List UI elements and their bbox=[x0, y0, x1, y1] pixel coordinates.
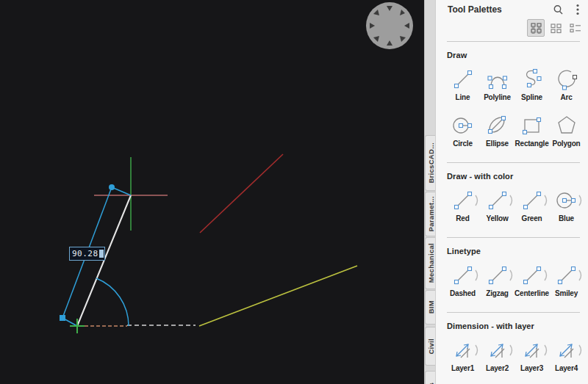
list-view-button[interactable] bbox=[567, 19, 584, 37]
palette-item-zigzag[interactable]: Zigzag bbox=[480, 263, 514, 297]
side-tab-bim[interactable]: BIM bbox=[425, 290, 436, 325]
side-tab-label: Paramet... bbox=[427, 196, 435, 231]
dimension-value-input[interactable]: 90.28 bbox=[69, 247, 105, 261]
side-tab-label: BIM bbox=[427, 300, 435, 314]
palette-item-label: Ellipse bbox=[486, 140, 509, 148]
line-icon bbox=[520, 188, 545, 213]
drawing-canvas[interactable]: 90.28 bbox=[0, 0, 424, 384]
circle-icon bbox=[554, 188, 579, 213]
palette-item-label: Red bbox=[456, 214, 469, 222]
palette-item-line[interactable]: Line bbox=[445, 67, 480, 101]
flyout-chevron-icon bbox=[544, 195, 549, 206]
palette-sections: DrawLinePolylineSplineArcCircleEllipseRe… bbox=[436, 51, 588, 372]
kebab-menu-icon[interactable] bbox=[571, 3, 584, 16]
header-divider bbox=[447, 41, 580, 42]
section-title-linetype: Linetype bbox=[447, 247, 588, 256]
section-divider bbox=[447, 312, 580, 313]
line-icon bbox=[451, 67, 476, 92]
flyout-chevron-icon bbox=[475, 269, 480, 281]
palette-item-yellow[interactable]: Yellow bbox=[480, 188, 514, 222]
palette-grid: Layer1 Layer2 Layer3 Layer4 bbox=[445, 338, 588, 372]
nav-wheel[interactable] bbox=[366, 2, 413, 49]
search-icon[interactable] bbox=[551, 3, 564, 16]
palette-item-blue[interactable]: Blue bbox=[549, 188, 584, 222]
side-tab-bricscad[interactable]: BricsCAD... bbox=[425, 135, 436, 191]
palette-item-smiley[interactable]: Smiley bbox=[549, 263, 584, 297]
circle-icon bbox=[451, 113, 476, 138]
palette-item-polygon[interactable]: Polygon bbox=[549, 113, 584, 148]
flyout-chevron-icon bbox=[578, 195, 584, 206]
palette-item-layer2[interactable]: Layer2 bbox=[480, 338, 514, 372]
section-title-draw-with-color: Draw - with color bbox=[447, 172, 588, 181]
palette-item-spline[interactable]: Spline bbox=[514, 67, 549, 101]
arc-icon bbox=[554, 67, 579, 92]
section-divider bbox=[447, 237, 580, 238]
spline-icon bbox=[520, 67, 545, 92]
palette-item-green[interactable]: Green bbox=[514, 188, 549, 222]
side-tab-label: Civil bbox=[427, 338, 435, 355]
palette-item-arc[interactable]: Arc bbox=[549, 67, 584, 101]
palette-item-label: Layer4 bbox=[555, 364, 578, 372]
palette-item-label: Smiley bbox=[555, 289, 578, 297]
dimension-icon bbox=[451, 338, 476, 363]
section-divider bbox=[447, 162, 580, 163]
side-tab-paramet[interactable]: Paramet... bbox=[425, 192, 436, 236]
view-mode-toolbar bbox=[436, 19, 588, 37]
snap-cross-marker bbox=[70, 319, 85, 333]
tool-palettes-panel: Tool Palettes DrawLinePolylineSplineArcC… bbox=[435, 0, 588, 384]
line-icon bbox=[451, 188, 476, 213]
palette-item-layer3[interactable]: Layer3 bbox=[514, 338, 549, 372]
palette-item-label: Yellow bbox=[487, 214, 509, 222]
dimension-grip-dot[interactable] bbox=[109, 184, 115, 190]
palette-item-label: Green bbox=[522, 214, 542, 222]
icon-with-label-view-button[interactable] bbox=[527, 19, 545, 37]
palette-item-red[interactable]: Red bbox=[445, 188, 480, 222]
line-icon bbox=[451, 263, 476, 288]
polygon-icon bbox=[554, 113, 579, 138]
palette-grid: DashedZigzagCenterlineSmiley bbox=[445, 263, 588, 297]
yellow-line-entity[interactable] bbox=[199, 266, 357, 326]
icon-only-view-button[interactable] bbox=[547, 19, 564, 37]
drawing-svg bbox=[0, 0, 424, 384]
palette-item-dashed[interactable]: Dashed bbox=[445, 263, 480, 297]
palette-item-label: Polygon bbox=[552, 140, 580, 148]
palette-item-circle[interactable]: Circle bbox=[445, 113, 480, 148]
palette-item-label: Polyline bbox=[484, 93, 511, 101]
side-tab-mechanical[interactable]: Mechanical bbox=[425, 237, 436, 289]
palette-item-label: Layer2 bbox=[486, 364, 509, 372]
angle-arc bbox=[96, 278, 129, 326]
palette-item-polyline[interactable]: Polyline bbox=[480, 67, 514, 101]
palette-item-label: Line bbox=[456, 93, 470, 101]
flyout-chevron-icon bbox=[509, 195, 514, 206]
palette-item-label: Layer3 bbox=[520, 364, 543, 372]
palette-item-label: Spline bbox=[521, 93, 542, 101]
palette-item-ellipse[interactable]: Ellipse bbox=[480, 113, 514, 148]
side-tab-hatches[interactable]: Hatches bbox=[425, 371, 436, 384]
rectangle-icon bbox=[520, 113, 545, 138]
line-icon bbox=[485, 263, 510, 288]
palette-grid: RedYellowGreenBlue bbox=[445, 188, 588, 222]
palette-item-label: Rectangle bbox=[515, 140, 549, 148]
flyout-chevron-icon bbox=[509, 269, 514, 281]
side-tab-civil[interactable]: Civil bbox=[425, 327, 436, 366]
palette-item-label: Dashed bbox=[450, 289, 476, 297]
red-line-entity[interactable] bbox=[200, 154, 283, 233]
dimension-icon bbox=[520, 338, 545, 363]
palette-item-rectangle[interactable]: Rectangle bbox=[514, 113, 549, 148]
line-icon bbox=[520, 263, 545, 288]
dimension-icon bbox=[485, 338, 510, 363]
flyout-chevron-icon bbox=[544, 344, 549, 356]
flyout-chevron-icon bbox=[578, 344, 584, 356]
flyout-chevron-icon bbox=[475, 344, 480, 356]
palette-item-layer4[interactable]: Layer4 bbox=[549, 338, 584, 372]
side-tab-label: Mechanical bbox=[427, 243, 435, 283]
palette-item-centerline[interactable]: Centerline bbox=[514, 263, 549, 297]
panel-title: Tool Palettes bbox=[448, 4, 545, 15]
dimension-grip-square[interactable] bbox=[60, 315, 65, 321]
palette-item-label: Centerline bbox=[514, 289, 549, 297]
palette-item-layer1[interactable]: Layer1 bbox=[445, 338, 480, 372]
palette-grid: LinePolylineSplineArcCircleEllipseRectan… bbox=[445, 67, 588, 148]
section-title-draw: Draw bbox=[447, 51, 588, 59]
white-line-entity[interactable] bbox=[77, 195, 131, 326]
line-icon bbox=[485, 188, 510, 213]
